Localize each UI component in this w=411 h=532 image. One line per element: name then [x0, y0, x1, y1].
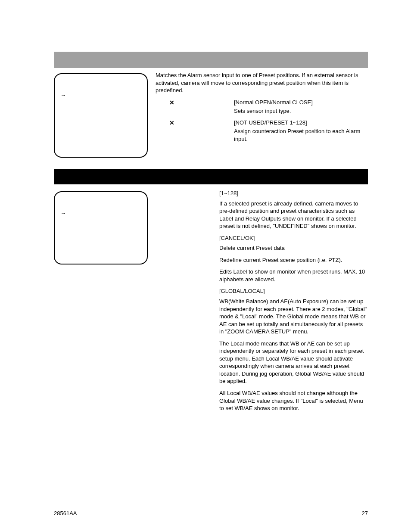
- desc-global: WB(White Balance) and AE(Auto Exposure) …: [219, 298, 368, 336]
- option-desc: Sets sensor input type.: [234, 107, 368, 115]
- desc-local-note: All Local WB/AE values should not change…: [219, 389, 368, 412]
- bullet-label-spacer: [187, 99, 222, 99]
- arrow-indicator-2: →: [61, 210, 141, 216]
- bullet-body-preset-assign: [NOT USED/PRESET 1~128] Assign counterac…: [234, 119, 368, 144]
- section-header-black-bar: [54, 169, 368, 184]
- section1-intro: Matches the Alarm sensor input to one of…: [156, 72, 368, 94]
- section2-content: [1~128] If a selected preset is already …: [156, 189, 368, 417]
- menu-screen-box-2: →: [54, 191, 148, 264]
- page: → Matches the Alarm sensor input to one …: [0, 0, 411, 532]
- page-footer: 28561AA 27: [54, 510, 368, 516]
- desc-local: The Local mode means that WB or AE can b…: [219, 340, 368, 385]
- bullet-row-sensor-type: ✕ [Normal OPEN/Normal CLOSE] Sets sensor…: [156, 99, 368, 116]
- desc-cancel-ok: Delete current Preset data: [219, 244, 368, 252]
- option-text: [NOT USED/PRESET 1~128]: [234, 119, 368, 127]
- opt-1-128: [1~128]: [219, 190, 368, 197]
- bullet-cross-icon: ✕: [169, 99, 175, 107]
- arrow-indicator-1: →: [61, 92, 141, 98]
- section2: → [1~128] If a selected preset is alread…: [54, 169, 368, 417]
- bullet-cross-icon: ✕: [169, 119, 175, 127]
- section1-content: Matches the Alarm sensor input to one of…: [156, 71, 368, 146]
- opt-cancel-ok: [CANCEL/OK]: [219, 234, 368, 242]
- desc-edit-label: Edits Label to show on monitor when pres…: [219, 268, 368, 283]
- section1-row: → Matches the Alarm sensor input to one …: [54, 71, 368, 158]
- option-desc: Assign counteraction Preset position to …: [234, 128, 368, 143]
- desc-redefine: Redefine current Preset scene position (…: [219, 256, 368, 264]
- option-text: [Normal OPEN/Normal CLOSE]: [234, 99, 368, 106]
- footer-doc-id: 28561AA: [54, 510, 77, 516]
- bullet-label-spacer: [187, 119, 222, 119]
- opt-global-local: [GLOBAL/LOCAL]: [219, 287, 368, 295]
- bullet-body-sensor-type: [Normal OPEN/Normal CLOSE] Sets sensor i…: [234, 99, 368, 116]
- section-header-gray-bar: [54, 52, 368, 68]
- bullet-row-preset-assign: ✕ [NOT USED/PRESET 1~128] Assign counter…: [156, 119, 368, 144]
- desc-1-128: If a selected preset is already defined,…: [219, 200, 368, 230]
- footer-page-number: 27: [362, 510, 368, 516]
- section2-row: → [1~128] If a selected preset is alread…: [54, 189, 368, 417]
- menu-screen-box-1: →: [54, 73, 148, 158]
